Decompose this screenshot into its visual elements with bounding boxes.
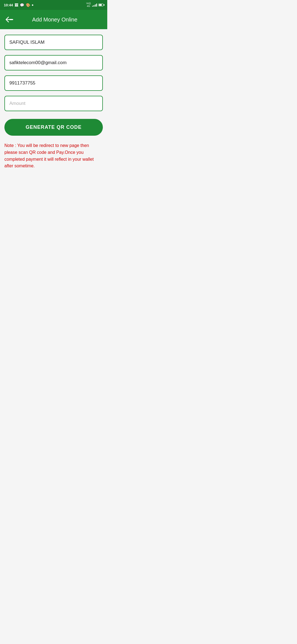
email-input[interactable]: [4, 55, 103, 70]
phone-input[interactable]: [4, 75, 103, 91]
notification-dot: [32, 4, 33, 6]
generate-qr-label: GENERATE QR CODE: [26, 124, 82, 130]
photo-icon: 🖼: [15, 3, 18, 7]
signal-icon: [92, 3, 97, 7]
back-button[interactable]: [4, 15, 14, 24]
status-time: 10:44 🖼 💬 🎨: [4, 3, 33, 7]
status-indicators: Vo)) 4G: [86, 2, 103, 8]
email-field-container: [4, 55, 103, 70]
amount-input[interactable]: [4, 96, 103, 111]
lte-indicator: Vo)) 4G: [86, 2, 91, 8]
battery-icon: [98, 4, 103, 6]
svg-rect-0: [9, 19, 13, 20]
color-icon: 🎨: [26, 3, 30, 7]
app-header: Add Money Online: [0, 10, 107, 29]
main-content: GENERATE QR CODE Note : You will be redi…: [0, 29, 107, 175]
status-bar: 10:44 🖼 💬 🎨 Vo)) 4G: [0, 0, 107, 10]
back-arrow-icon: [6, 17, 13, 23]
page-title: Add Money Online: [18, 17, 103, 23]
note-text: Note : You will be redirect to new page …: [4, 142, 103, 170]
generate-qr-button[interactable]: GENERATE QR CODE: [4, 119, 103, 136]
amount-field-container: [4, 96, 103, 111]
phone-field-container: [4, 75, 103, 91]
whatsapp-icon: 💬: [20, 3, 24, 7]
name-input[interactable]: [4, 35, 103, 50]
time-display: 10:44: [4, 3, 13, 7]
name-field-container: [4, 35, 103, 50]
